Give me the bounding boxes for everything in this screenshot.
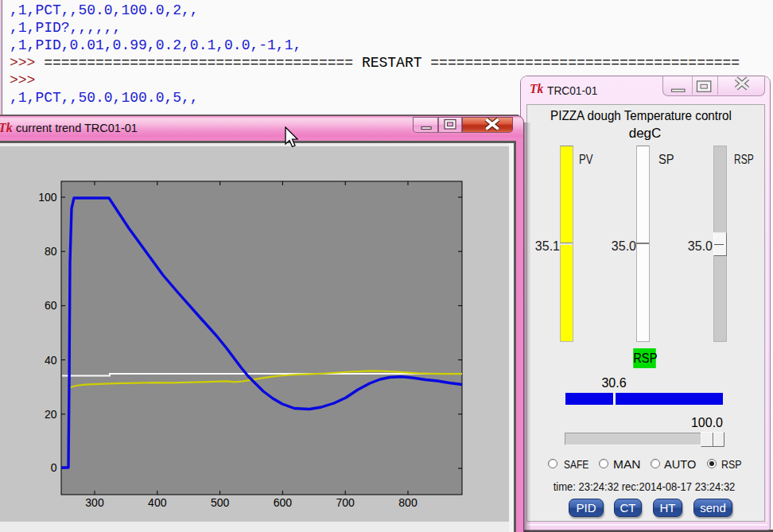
svg-text:80: 80	[45, 245, 57, 258]
svg-text:100: 100	[38, 191, 57, 204]
svg-text:0: 0	[51, 461, 57, 474]
svg-text:600: 600	[274, 496, 293, 509]
svg-text:60: 60	[45, 299, 57, 312]
svg-text:40: 40	[45, 354, 57, 367]
svg-text:500: 500	[211, 496, 230, 509]
svg-text:700: 700	[336, 496, 355, 509]
svg-text:800: 800	[398, 496, 418, 509]
svg-text:300: 300	[85, 496, 104, 509]
svg-text:20: 20	[45, 408, 57, 421]
svg-text:400: 400	[148, 496, 167, 509]
